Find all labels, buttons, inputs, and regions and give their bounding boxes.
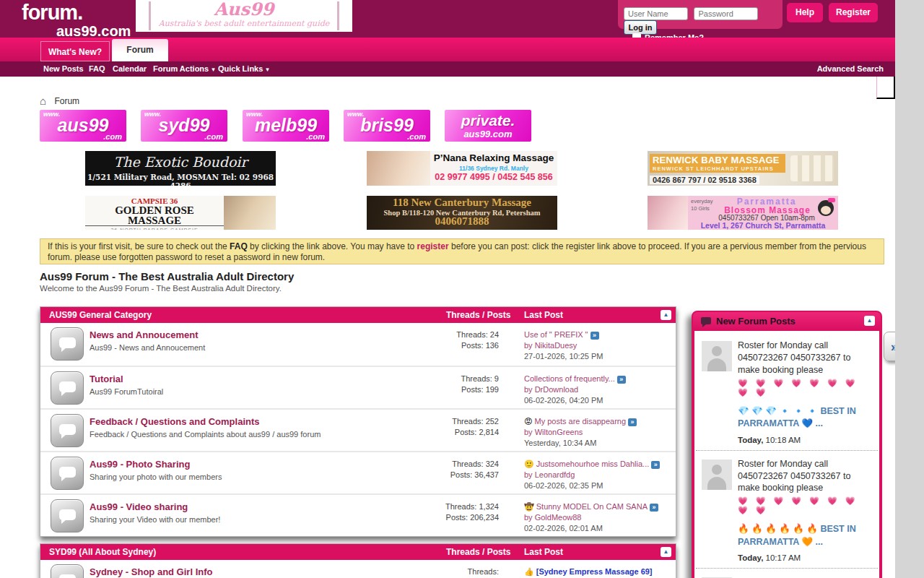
collapse-icon[interactable]: ▲ <box>864 316 875 326</box>
forum-stats: Threads: 24Posts: 136 <box>430 329 499 351</box>
collapse-icon[interactable]: ▲ <box>661 310 671 320</box>
last-post-link[interactable]: Justsomehourhoe miss Dahlia... <box>536 460 650 468</box>
forum-title[interactable]: Sydney - Shop and Girl Info <box>90 566 212 577</box>
faq-link[interactable]: FAQ <box>230 241 248 251</box>
goto-last-post-icon[interactable]: » <box>628 418 637 426</box>
post-link-accent[interactable]: 🔥 🔥 🔥 🔥 🔥 🔥 BEST IN PARRAMATTA 🧡 ... <box>738 523 873 548</box>
forum-row: News and Annoucement Aus99 - News and An… <box>40 323 676 366</box>
avatar[interactable] <box>702 460 732 490</box>
ad-pnana-massage[interactable]: P’Nana Relaxing Massage 11/36 Sydney Rd.… <box>367 151 557 186</box>
register-button[interactable]: Register <box>829 3 878 22</box>
avatar[interactable] <box>702 341 732 371</box>
category-aus99-general: AUS99 General Category Threads / Posts L… <box>40 306 676 537</box>
forum-description: Aus99 ForumTutoiral <box>90 387 163 396</box>
forum-stats: Threads: 61,276 <box>454 566 499 578</box>
banner-title: Aus99 <box>136 0 352 19</box>
goto-last-post-icon[interactable]: » <box>650 504 658 512</box>
column-threads-posts: Threads / Posts <box>446 544 510 560</box>
last-post-author[interactable]: by DrDownload <box>524 385 578 394</box>
nav-faq[interactable]: FAQ <box>89 61 105 77</box>
tab-whats-new[interactable]: What's New? <box>40 41 110 61</box>
tab-forum[interactable]: Forum <box>112 39 168 61</box>
last-post-author[interactable]: by WiltonGreens <box>524 428 583 436</box>
list-item: Roster for Monday call 0450723267 045073… <box>696 332 878 451</box>
forum-row: Tutorial Aus99 ForumTutoiral Threads: 9P… <box>40 366 676 408</box>
search-button[interactable] <box>876 75 895 99</box>
page: forum. aus99.com Aus99 Australia's best … <box>0 0 895 578</box>
ad-photo <box>648 196 688 230</box>
post-link[interactable]: Roster for Monday call 0450723267 045073… <box>738 458 873 495</box>
forum-row: Aus99 - Video sharing Sharing your Video… <box>40 493 676 536</box>
last-post-author[interactable]: by Leonardfdg <box>524 470 575 479</box>
login-button[interactable]: Log in <box>624 20 657 35</box>
collapse-icon[interactable]: ▲ <box>661 547 671 557</box>
goto-last-post-icon[interactable]: » <box>590 332 599 340</box>
list-item: Roster for Monday call 0450723267 045073… <box>696 569 878 578</box>
last-post-date: Yesterday, 10:34 AM <box>524 439 596 447</box>
post-link[interactable]: Roster for Monday call 0450723267 045073… <box>738 340 873 376</box>
forum-bubble-icon <box>51 457 84 490</box>
banner-aus99[interactable]: www.aus99.com <box>40 110 126 142</box>
goto-last-post-icon[interactable]: » <box>617 376 626 384</box>
forum-description: Feedback / Questions and Complaints abou… <box>90 430 321 439</box>
password-field[interactable] <box>694 7 758 20</box>
goto-last-post-icon[interactable]: » <box>651 461 660 469</box>
nav-quick-links[interactable]: Quick Links▾ <box>218 61 269 77</box>
register-link[interactable]: register <box>417 241 449 251</box>
forum-title[interactable]: Tutorial <box>90 374 123 384</box>
post-date: Today, 10:17 AM <box>738 553 873 562</box>
post-link-accent[interactable]: 💎 💎 💎 🔹 🔹 🔹 BEST IN PARRAMATTA 💙 ... <box>738 405 873 431</box>
angry-face-icon: 😡 <box>524 417 532 426</box>
last-post-link[interactable]: Use of " PREFIX " <box>524 330 588 339</box>
breadcrumb-forum[interactable]: Forum <box>54 96 79 106</box>
forum-stats: Threads: 1,324Posts: 206,234 <box>430 501 499 523</box>
ad-renwick-baby-massage[interactable]: RENWICK BABY MASSAGE RENWICK ST LEICHHAR… <box>648 151 838 186</box>
candles-photo <box>790 155 834 181</box>
username-field[interactable] <box>624 7 688 20</box>
sidebar-title: New Forum Posts <box>716 316 796 327</box>
column-threads-posts: Threads / Posts <box>446 307 510 323</box>
ad-photo <box>224 196 276 230</box>
ad-photo <box>367 151 430 186</box>
ad-golden-rose-massage[interactable]: CAMPSIE 36 GOLDEN ROSE MASSAGE 36 NORTH … <box>85 196 276 230</box>
page-title: Aus99 Forum - The Best Australia Adult D… <box>40 270 294 282</box>
forum-bubble-icon <box>51 327 84 361</box>
home-icon[interactable]: ⌂ <box>40 95 46 107</box>
category-title[interactable]: SYD99 (All About Sydney) <box>49 547 156 557</box>
nav-forum-actions[interactable]: Forum Actions▾ <box>153 61 215 77</box>
last-post-date: 27-01-2026, 10:25 PM <box>524 352 603 361</box>
banner-bris99[interactable]: www.bris99.com <box>344 110 430 142</box>
sidebar-collapse-toggle[interactable]: » <box>884 332 895 361</box>
sidebar-header: New Forum Posts ▲ <box>693 312 881 331</box>
search-input[interactable] <box>778 79 871 92</box>
forum-row: Sydney - Shop and Girl Info Talk about S… <box>40 560 676 578</box>
site-logo[interactable]: forum. aus99.com <box>22 2 131 38</box>
forum-title[interactable]: News and Annoucement <box>90 329 198 340</box>
ad-parramatta-blossom-massage[interactable]: everyday 10 Girls Parramatta Blossom Mas… <box>648 196 838 230</box>
last-post-link[interactable]: Collections of frequently... <box>524 374 615 383</box>
category-title[interactable]: AUS99 General Category <box>49 310 152 320</box>
nav-new-posts[interactable]: New Posts <box>43 61 84 77</box>
last-post-author[interactable]: by NikitaDuesy <box>524 341 577 350</box>
last-post-date: 06-02-2026, 04:20 PM <box>524 396 603 405</box>
forum-title[interactable]: Feedback / Questions and Complaints <box>90 416 260 427</box>
nav-calendar[interactable]: Calendar <box>113 61 147 77</box>
aus99-banner-ad[interactable]: Aus99 Australia's best adult entertainme… <box>136 0 352 32</box>
ad-exotic-boudoir[interactable]: The Exotic Boudoir 1/521 Military Road, … <box>85 151 276 186</box>
banner-melb99[interactable]: www.melb99.com <box>243 110 329 142</box>
forum-title[interactable]: Aus99 - Video sharing <box>90 501 188 512</box>
last-post-link[interactable]: Stunny MODEL On CAM SANA <box>536 502 648 511</box>
banner-tagline: Australia's best adult entertainment gui… <box>136 19 352 28</box>
ad-canterbury-massage[interactable]: 118 New Canterbury Massage Shop B/118-12… <box>367 196 557 230</box>
last-post-link[interactable]: My posts are disappearng <box>534 417 626 426</box>
last-post-author[interactable]: by GoldMeow88 <box>524 513 582 522</box>
forum-bubble-icon <box>51 371 84 405</box>
search-icon <box>881 84 891 94</box>
last-post-link[interactable]: [Sydney Empress Massage 69] <box>536 567 653 576</box>
bow-icon <box>828 198 835 202</box>
help-button[interactable]: Help <box>787 3 823 22</box>
forum-title[interactable]: Aus99 - Photo Sharing <box>90 459 190 470</box>
banner-syd99[interactable]: www.syd99.com <box>141 110 227 142</box>
advanced-search-link[interactable]: Advanced Search <box>817 61 884 77</box>
banner-private-aus99[interactable]: private.aus99.com <box>445 110 531 142</box>
